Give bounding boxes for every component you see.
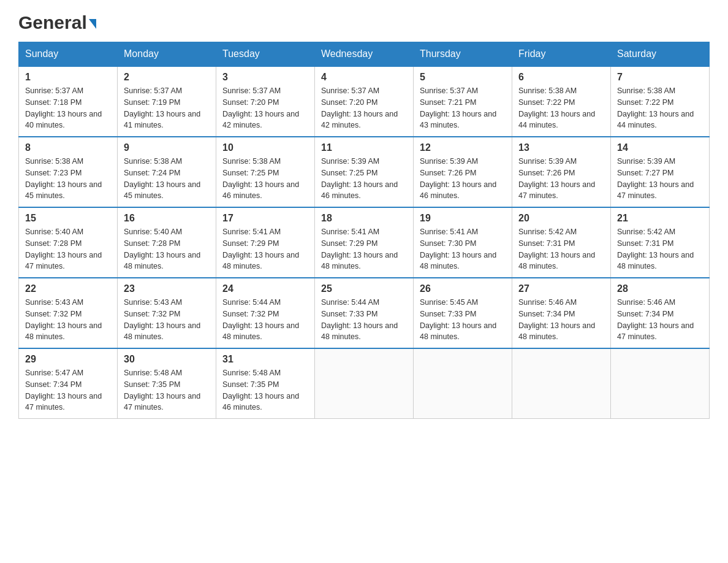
day-number: 24	[222, 283, 308, 294]
day-info: Sunrise: 5:38 AMSunset: 7:23 PMDaylight:…	[25, 157, 102, 200]
day-info: Sunrise: 5:43 AMSunset: 7:32 PMDaylight:…	[124, 298, 200, 341]
calendar-cell: 16 Sunrise: 5:40 AMSunset: 7:28 PMDaylig…	[118, 207, 216, 278]
day-number: 6	[518, 72, 604, 83]
day-info: Sunrise: 5:41 AMSunset: 7:29 PMDaylight:…	[222, 228, 299, 270]
column-header-tuesday: Tuesday	[216, 42, 315, 67]
day-number: 18	[321, 213, 407, 224]
calendar-cell	[512, 348, 611, 419]
calendar-table: SundayMondayTuesdayWednesdayThursdayFrid…	[18, 42, 710, 419]
day-number: 14	[617, 142, 703, 153]
calendar-cell: 17 Sunrise: 5:41 AMSunset: 7:29 PMDaylig…	[216, 207, 315, 278]
day-info: Sunrise: 5:41 AMSunset: 7:29 PMDaylight:…	[321, 228, 398, 270]
day-number: 8	[25, 142, 111, 153]
calendar-cell: 27 Sunrise: 5:46 AMSunset: 7:34 PMDaylig…	[512, 278, 611, 348]
day-info: Sunrise: 5:38 AMSunset: 7:22 PMDaylight:…	[518, 86, 595, 129]
calendar-cell: 15 Sunrise: 5:40 AMSunset: 7:28 PMDaylig…	[19, 207, 118, 278]
day-info: Sunrise: 5:40 AMSunset: 7:28 PMDaylight:…	[124, 228, 200, 270]
calendar-cell: 24 Sunrise: 5:44 AMSunset: 7:32 PMDaylig…	[216, 278, 315, 348]
day-number: 30	[124, 354, 210, 365]
day-info: Sunrise: 5:42 AMSunset: 7:31 PMDaylight:…	[518, 228, 595, 270]
day-number: 28	[617, 283, 703, 294]
column-header-sunday: Sunday	[19, 42, 118, 67]
day-info: Sunrise: 5:42 AMSunset: 7:31 PMDaylight:…	[617, 228, 694, 270]
day-info: Sunrise: 5:38 AMSunset: 7:25 PMDaylight:…	[222, 157, 299, 200]
logo: General	[18, 12, 96, 29]
day-info: Sunrise: 5:44 AMSunset: 7:32 PMDaylight:…	[222, 298, 299, 341]
calendar-cell: 4 Sunrise: 5:37 AMSunset: 7:20 PMDayligh…	[315, 66, 414, 137]
day-info: Sunrise: 5:37 AMSunset: 7:18 PMDaylight:…	[25, 86, 102, 129]
day-number: 22	[25, 283, 111, 294]
day-number: 9	[124, 142, 210, 153]
calendar-cell: 11 Sunrise: 5:39 AMSunset: 7:25 PMDaylig…	[315, 137, 414, 207]
calendar-cell: 23 Sunrise: 5:43 AMSunset: 7:32 PMDaylig…	[118, 278, 216, 348]
day-info: Sunrise: 5:37 AMSunset: 7:20 PMDaylight:…	[222, 86, 299, 129]
column-header-friday: Friday	[512, 42, 611, 67]
day-number: 17	[222, 213, 308, 224]
calendar-cell: 7 Sunrise: 5:38 AMSunset: 7:22 PMDayligh…	[611, 66, 710, 137]
day-number: 16	[124, 213, 210, 224]
day-info: Sunrise: 5:40 AMSunset: 7:28 PMDaylight:…	[25, 228, 102, 270]
calendar-cell: 8 Sunrise: 5:38 AMSunset: 7:23 PMDayligh…	[19, 137, 118, 207]
day-number: 25	[321, 283, 407, 294]
calendar-cell: 14 Sunrise: 5:39 AMSunset: 7:27 PMDaylig…	[611, 137, 710, 207]
calendar-cell: 26 Sunrise: 5:45 AMSunset: 7:33 PMDaylig…	[414, 278, 512, 348]
column-header-wednesday: Wednesday	[315, 42, 414, 67]
day-number: 12	[420, 142, 506, 153]
calendar-cell	[611, 348, 710, 419]
calendar-cell: 10 Sunrise: 5:38 AMSunset: 7:25 PMDaylig…	[216, 137, 315, 207]
column-header-thursday: Thursday	[414, 42, 512, 67]
day-info: Sunrise: 5:48 AMSunset: 7:35 PMDaylight:…	[222, 369, 299, 412]
day-number: 29	[25, 354, 111, 365]
day-info: Sunrise: 5:38 AMSunset: 7:24 PMDaylight:…	[124, 157, 200, 200]
calendar-cell: 20 Sunrise: 5:42 AMSunset: 7:31 PMDaylig…	[512, 207, 611, 278]
day-info: Sunrise: 5:44 AMSunset: 7:33 PMDaylight:…	[321, 298, 398, 341]
day-info: Sunrise: 5:39 AMSunset: 7:26 PMDaylight:…	[420, 157, 496, 200]
day-number: 3	[222, 72, 308, 83]
calendar-week-row: 1 Sunrise: 5:37 AMSunset: 7:18 PMDayligh…	[19, 66, 710, 137]
day-info: Sunrise: 5:37 AMSunset: 7:21 PMDaylight:…	[420, 86, 496, 129]
calendar-cell: 29 Sunrise: 5:47 AMSunset: 7:34 PMDaylig…	[19, 348, 118, 419]
calendar-cell: 3 Sunrise: 5:37 AMSunset: 7:20 PMDayligh…	[216, 66, 315, 137]
day-number: 19	[420, 213, 506, 224]
calendar-week-row: 15 Sunrise: 5:40 AMSunset: 7:28 PMDaylig…	[19, 207, 710, 278]
calendar-cell	[414, 348, 512, 419]
day-info: Sunrise: 5:39 AMSunset: 7:27 PMDaylight:…	[617, 157, 694, 200]
calendar-cell: 31 Sunrise: 5:48 AMSunset: 7:35 PMDaylig…	[216, 348, 315, 419]
calendar-cell: 22 Sunrise: 5:43 AMSunset: 7:32 PMDaylig…	[19, 278, 118, 348]
day-number: 23	[124, 283, 210, 294]
calendar-week-row: 8 Sunrise: 5:38 AMSunset: 7:23 PMDayligh…	[19, 137, 710, 207]
day-number: 21	[617, 213, 703, 224]
calendar-cell	[315, 348, 414, 419]
day-info: Sunrise: 5:46 AMSunset: 7:34 PMDaylight:…	[518, 298, 595, 341]
day-info: Sunrise: 5:38 AMSunset: 7:22 PMDaylight:…	[617, 86, 694, 129]
day-number: 7	[617, 72, 703, 83]
day-info: Sunrise: 5:43 AMSunset: 7:32 PMDaylight:…	[25, 298, 102, 341]
day-number: 10	[222, 142, 308, 153]
column-header-monday: Monday	[118, 42, 216, 67]
day-number: 13	[518, 142, 604, 153]
day-number: 26	[420, 283, 506, 294]
day-number: 2	[124, 72, 210, 83]
day-number: 5	[420, 72, 506, 83]
calendar-cell: 25 Sunrise: 5:44 AMSunset: 7:33 PMDaylig…	[315, 278, 414, 348]
calendar-cell: 18 Sunrise: 5:41 AMSunset: 7:29 PMDaylig…	[315, 207, 414, 278]
calendar-week-row: 29 Sunrise: 5:47 AMSunset: 7:34 PMDaylig…	[19, 348, 710, 419]
day-number: 15	[25, 213, 111, 224]
calendar-cell: 21 Sunrise: 5:42 AMSunset: 7:31 PMDaylig…	[611, 207, 710, 278]
calendar-cell: 6 Sunrise: 5:38 AMSunset: 7:22 PMDayligh…	[512, 66, 611, 137]
day-info: Sunrise: 5:41 AMSunset: 7:30 PMDaylight:…	[420, 228, 496, 270]
page-header: General	[18, 12, 710, 29]
day-number: 4	[321, 72, 407, 83]
day-number: 11	[321, 142, 407, 153]
day-info: Sunrise: 5:47 AMSunset: 7:34 PMDaylight:…	[25, 369, 102, 412]
calendar-cell: 9 Sunrise: 5:38 AMSunset: 7:24 PMDayligh…	[118, 137, 216, 207]
logo-triangle-icon	[89, 19, 96, 29]
day-info: Sunrise: 5:37 AMSunset: 7:19 PMDaylight:…	[124, 86, 200, 129]
calendar-cell: 13 Sunrise: 5:39 AMSunset: 7:26 PMDaylig…	[512, 137, 611, 207]
calendar-cell: 5 Sunrise: 5:37 AMSunset: 7:21 PMDayligh…	[414, 66, 512, 137]
day-number: 20	[518, 213, 604, 224]
calendar-cell: 28 Sunrise: 5:46 AMSunset: 7:34 PMDaylig…	[611, 278, 710, 348]
logo-general-text: General	[18, 12, 87, 33]
calendar-cell: 1 Sunrise: 5:37 AMSunset: 7:18 PMDayligh…	[19, 66, 118, 137]
day-info: Sunrise: 5:48 AMSunset: 7:35 PMDaylight:…	[124, 369, 200, 412]
